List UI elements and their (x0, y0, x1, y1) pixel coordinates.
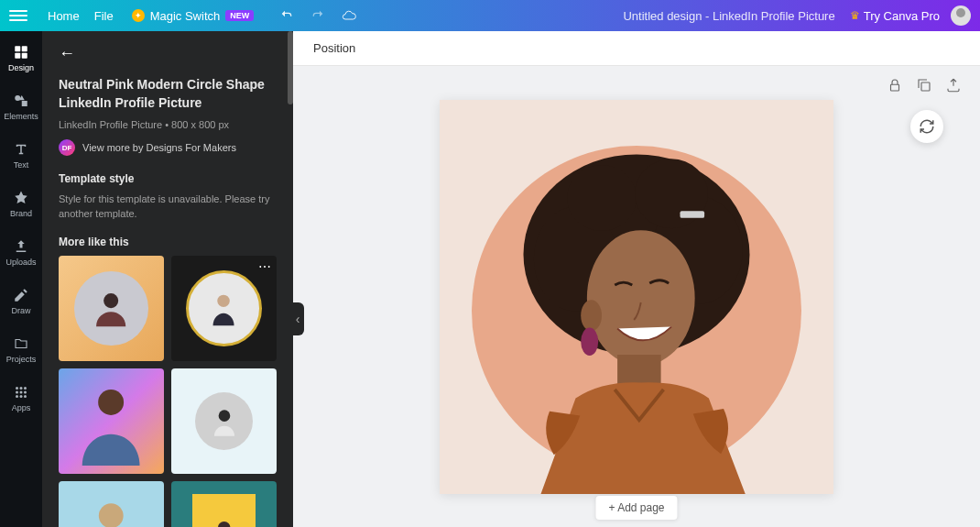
template-thumb[interactable]: ⋯ (171, 256, 277, 361)
template-thumb[interactable] (59, 368, 164, 474)
svg-rect-22 (921, 82, 930, 91)
svg-point-26 (567, 164, 637, 230)
more-icon[interactable]: ⋯ (258, 259, 271, 274)
svg-point-27 (635, 159, 708, 228)
rail-projects[interactable]: Projects (0, 332, 42, 368)
rail-brand[interactable]: Brand (0, 186, 42, 222)
cloud-sync-icon[interactable] (342, 8, 356, 23)
rail-apps[interactable]: Apps (0, 380, 42, 416)
svg-rect-3 (22, 53, 27, 59)
refresh-icon (919, 118, 935, 135)
collapse-panel-handle[interactable] (291, 302, 304, 335)
creator-text: View more by Designs For Makers (82, 142, 236, 153)
creator-link[interactable]: DF View more by Designs For Makers (59, 139, 277, 156)
home-button[interactable]: Home (40, 5, 87, 27)
svg-point-14 (24, 395, 27, 398)
lock-icon[interactable] (887, 77, 903, 93)
add-page-button[interactable]: + Add page (595, 496, 677, 520)
canvas-viewport[interactable] (293, 66, 980, 527)
svg-point-11 (24, 391, 27, 394)
user-avatar[interactable] (951, 5, 971, 26)
template-grid: ⋯ (59, 256, 277, 527)
undo-icon[interactable] (279, 8, 294, 23)
sparkle-icon: ✦ (132, 9, 145, 22)
creator-avatar: DF (59, 139, 75, 156)
svg-point-13 (20, 395, 23, 398)
crown-icon: ♛ (850, 9, 860, 22)
style-heading: Template style (59, 172, 277, 185)
magic-switch-button[interactable]: ✦ Magic Switch NEW (125, 5, 262, 27)
svg-rect-21 (891, 84, 899, 91)
template-meta: LinkedIn Profile Picture • 800 x 800 px (59, 119, 277, 130)
svg-point-7 (20, 387, 23, 390)
svg-point-18 (218, 410, 230, 422)
canvas-toolbar: Position (293, 31, 980, 66)
template-thumb[interactable] (171, 368, 277, 474)
refresh-button[interactable] (910, 110, 943, 143)
svg-point-16 (218, 295, 230, 307)
new-badge: NEW (225, 10, 254, 21)
rail-draw[interactable]: Draw (0, 283, 42, 319)
svg-point-19 (99, 503, 124, 527)
rail-uploads[interactable]: Uploads (0, 235, 42, 270)
magic-switch-label: Magic Switch (150, 9, 221, 23)
svg-point-30 (581, 300, 602, 331)
template-panel: ← Neutral Pink Modern Circle Shape Linke… (42, 31, 293, 527)
svg-point-12 (16, 395, 18, 398)
style-message: Style for this template is unavailable. … (59, 192, 277, 221)
template-thumb[interactable] (171, 481, 277, 527)
canvas-area: Position (293, 31, 980, 527)
more-heading: More like this (59, 236, 277, 248)
rail-text[interactable]: Text (0, 137, 42, 173)
try-pro-label: Try Canva Pro (864, 9, 940, 23)
svg-rect-1 (22, 46, 27, 51)
svg-point-20 (218, 522, 231, 527)
position-button[interactable]: Position (306, 38, 363, 59)
duplicate-icon[interactable] (916, 77, 932, 93)
rail-elements[interactable]: Elements (0, 89, 42, 125)
svg-point-29 (587, 230, 695, 366)
top-header: Home File ✦ Magic Switch NEW Untitled de… (0, 0, 980, 31)
svg-rect-0 (15, 46, 20, 51)
artboard[interactable] (440, 100, 833, 494)
svg-rect-2 (15, 53, 20, 59)
svg-point-9 (16, 391, 18, 394)
export-icon[interactable] (945, 77, 962, 93)
svg-point-31 (581, 327, 598, 355)
redo-icon[interactable] (310, 8, 325, 23)
svg-point-15 (103, 293, 118, 308)
menu-icon[interactable] (9, 10, 27, 21)
svg-rect-28 (681, 211, 705, 218)
rail-design[interactable]: Design (0, 40, 42, 76)
svg-point-6 (16, 387, 18, 390)
template-thumb[interactable] (59, 256, 164, 361)
side-rail: Design Elements Text Brand Uploads Draw … (0, 31, 42, 527)
svg-rect-5 (22, 101, 27, 106)
profile-photo (463, 146, 811, 494)
svg-point-17 (99, 390, 125, 415)
file-button[interactable]: File (87, 5, 121, 27)
template-title: Neutral Pink Modern Circle Shape LinkedI… (59, 76, 277, 112)
svg-point-10 (20, 391, 23, 394)
try-pro-button[interactable]: ♛ Try Canva Pro (850, 9, 940, 23)
svg-point-8 (24, 387, 27, 390)
document-title[interactable]: Untitled design - LinkedIn Profile Pictu… (356, 9, 849, 23)
template-thumb[interactable] (59, 481, 164, 527)
back-arrow-icon[interactable]: ← (59, 44, 75, 63)
